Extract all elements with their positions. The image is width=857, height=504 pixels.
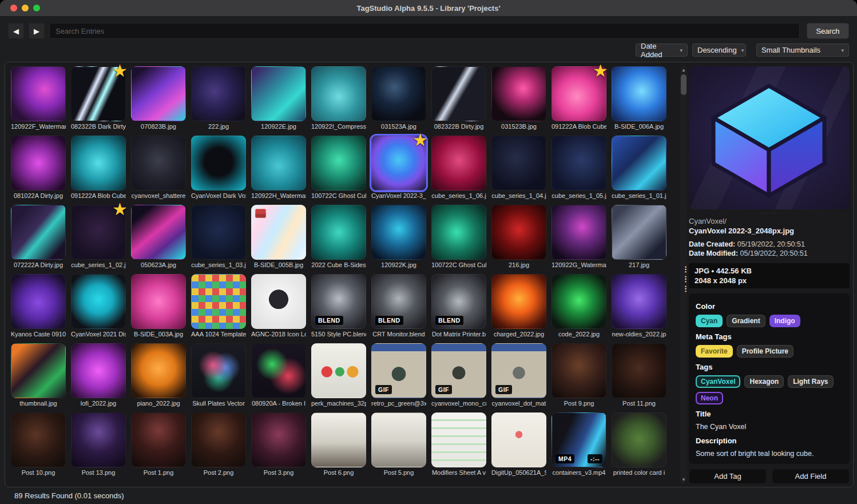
thumbnail-image[interactable]	[251, 205, 306, 260]
thumbnail-image[interactable]	[552, 274, 606, 329]
thumbnail-image[interactable]	[431, 205, 486, 260]
tag-pill[interactable]: Hexagon	[744, 375, 784, 388]
grid-item[interactable]: 031523A.jpg	[371, 66, 426, 131]
thumbnail-image[interactable]	[311, 136, 366, 191]
thumbnail-image[interactable]	[491, 412, 546, 467]
thumbnail-image[interactable]	[71, 412, 126, 467]
grid-item[interactable]: printed color card i	[612, 412, 666, 477]
grid-item[interactable]: 082322B Dirty.jpg	[431, 66, 486, 131]
grid-item[interactable]: 120922H_Watermar	[251, 136, 306, 200]
grid-item[interactable]: 120922F_Watermarl	[11, 66, 66, 131]
grid-item[interactable]: GIF cyanvoxel_mono_cr	[431, 343, 486, 408]
thumbnail-image[interactable]	[431, 136, 486, 191]
grid-item[interactable]: cyanvoxel_shattere	[131, 136, 186, 200]
splitter-handle[interactable]: ⋮⋮⋮	[682, 264, 685, 281]
grid-item[interactable]: code_2022.jpg	[552, 274, 606, 339]
tag-pill[interactable]: CyanVoxel	[696, 375, 740, 388]
grid-item[interactable]: DigitUp_050621A_S	[491, 412, 546, 477]
thumbnail-image[interactable]	[11, 66, 66, 121]
thumbnail-image[interactable]	[71, 343, 126, 398]
thumbnail-image[interactable]	[131, 136, 186, 191]
thumbnail-image[interactable]: GIF	[371, 343, 426, 398]
grid-item[interactable]: 081022A Dirty.jpg	[11, 136, 66, 200]
grid-item[interactable]: cube_series_1_05.j	[552, 136, 606, 200]
grid-item[interactable]: ★ 082322B Dark Dirty	[71, 66, 126, 131]
grid-item[interactable]: ★ CyanVoxel 2022-3_	[371, 136, 426, 200]
grid-item[interactable]: B-SIDE_003A.jpg	[131, 274, 186, 339]
thumbnail-image[interactable]	[311, 343, 366, 398]
thumbnail-image[interactable]	[612, 66, 666, 121]
thumbnail-image[interactable]	[191, 274, 246, 329]
grid-item[interactable]: MP4 -:-- containers_v3.mp4	[552, 412, 606, 477]
thumbnail-image[interactable]	[491, 205, 546, 260]
thumbnail-image[interactable]: ★	[552, 66, 606, 121]
grid-item[interactable]: lofi_2022.jpg	[71, 343, 126, 408]
grid-item[interactable]: cube_series_1_03.j	[191, 205, 246, 269]
grid-item[interactable]: Post 11.png	[612, 343, 666, 408]
thumbnail-image[interactable]	[131, 412, 186, 467]
grid-item[interactable]: charged_2022.jpg	[491, 274, 546, 339]
thumbnail-image[interactable]	[131, 205, 186, 260]
tag-pill[interactable]: Gradient	[727, 315, 765, 327]
thumbnail-image[interactable]	[612, 343, 666, 398]
grid-item[interactable]: 100722C Ghost Cub	[311, 136, 366, 200]
thumbnail-image[interactable]	[251, 66, 306, 121]
grid-item[interactable]: 080920A - Broken I	[251, 343, 306, 408]
thumbnail-image[interactable]	[11, 274, 66, 329]
thumbnail-image[interactable]	[191, 66, 246, 121]
thumbnail-image[interactable]	[11, 205, 66, 260]
sort-field-dropdown[interactable]: Date Added ▾	[636, 43, 688, 57]
preview-image[interactable]	[689, 66, 850, 209]
grid-item[interactable]: 120922K.jpg	[371, 205, 426, 269]
thumbnail-image[interactable]	[371, 412, 426, 467]
thumbnail-image[interactable]: BLEND	[431, 274, 486, 329]
thumbnail-image[interactable]	[311, 412, 366, 467]
grid-item[interactable]: 091222A Blob Cube	[71, 136, 126, 200]
grid-item[interactable]: Post 13.png	[71, 412, 126, 477]
thumbnail-image[interactable]: ★	[371, 136, 426, 191]
thumbnail-image[interactable]	[612, 205, 666, 260]
scroll-up-icon[interactable]: ▲	[680, 66, 687, 73]
grid-item[interactable]: ★ cube_series_1_02.j	[71, 205, 126, 269]
grid-item[interactable]: Post 2.png	[191, 412, 246, 477]
grid-item[interactable]: B-SIDE_005B.jpg	[251, 205, 306, 269]
thumbnail-image[interactable]	[491, 136, 546, 191]
grid-item[interactable]: Skull Plates Vector	[191, 343, 246, 408]
grid-item[interactable]: cube_series_1_04.j	[491, 136, 546, 200]
grid-item[interactable]: Post 10.png	[11, 412, 66, 477]
grid-item[interactable]: GIF retro_pc_green@3x	[371, 343, 426, 408]
thumbnail-image[interactable]	[71, 274, 126, 329]
scrollbar-thumb[interactable]	[681, 74, 687, 95]
thumbnail-image[interactable]	[11, 136, 66, 191]
thumbnail-image[interactable]	[371, 205, 426, 260]
grid-item[interactable]: Post 3.png	[251, 412, 306, 477]
tag-pill[interactable]: Favorite	[696, 345, 733, 358]
thumbnail-image[interactable]: MP4 -:--	[552, 412, 606, 467]
thumbnail-image[interactable]	[131, 66, 186, 121]
grid-item[interactable]: thumbnail.jpg	[11, 343, 66, 408]
thumbnail-image[interactable]	[371, 66, 426, 121]
grid-item[interactable]: cube_series_1_06.j	[431, 136, 486, 200]
thumbnail-image[interactable]	[191, 412, 246, 467]
grid-item[interactable]: Post 6.png	[311, 412, 366, 477]
minimize-window-button[interactable]	[22, 5, 29, 11]
grid-item[interactable]: CyanVoxel 2021 Dis	[71, 274, 126, 339]
tag-pill[interactable]: Neon	[696, 392, 723, 404]
grid-item[interactable]: Kyanos Caste 0910:	[11, 274, 66, 339]
tag-pill[interactable]: Indigo	[769, 315, 800, 327]
grid-item[interactable]: 120922I_Compress	[311, 66, 366, 131]
grid-item[interactable]: 100722C Ghost Cub	[431, 205, 486, 269]
grid-item[interactable]: 120922G_Watermar	[552, 205, 606, 269]
grid-item[interactable]: 120922E.jpg	[251, 66, 306, 131]
thumbnail-image[interactable]	[612, 136, 666, 191]
grid-item[interactable]: B-SIDE_006A.jpg	[612, 66, 666, 131]
grid-item[interactable]: Modifiers Sheet A v	[431, 412, 486, 477]
back-button[interactable]: ◀	[8, 23, 24, 39]
grid-item[interactable]: new-oldies_2022.jp	[612, 274, 666, 339]
grid-item[interactable]: perk_machines_32p	[311, 343, 366, 408]
thumbnail-image[interactable]	[251, 343, 306, 398]
grid-item[interactable]: AAA 1024 Template	[191, 274, 246, 339]
thumbnail-image[interactable]	[552, 136, 606, 191]
thumbnail-image[interactable]: ★	[71, 205, 126, 260]
grid-item[interactable]: Post 5.png	[371, 412, 426, 477]
